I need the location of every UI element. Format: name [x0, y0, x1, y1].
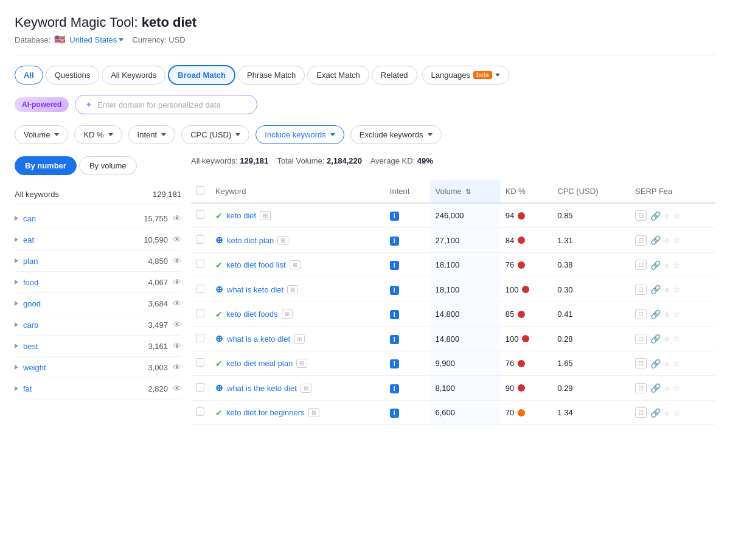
copy-icon[interactable]: ⊞	[296, 359, 307, 368]
sidebar-keyword[interactable]: can	[23, 214, 36, 223]
copy-icon[interactable]: ⊞	[308, 408, 319, 417]
filter-volume[interactable]: Volume	[15, 125, 68, 144]
link-icon[interactable]: 🔗	[650, 309, 661, 319]
tab-related[interactable]: Related	[372, 66, 417, 85]
diamond-icon[interactable]: ⟐	[664, 359, 669, 368]
eye-icon[interactable]: 👁	[173, 362, 181, 372]
tab-all-keywords[interactable]: All Keywords	[102, 66, 165, 85]
sidebar-keyword[interactable]: eat	[23, 235, 34, 244]
diamond-icon[interactable]: ⟐	[664, 211, 669, 221]
copy-icon[interactable]: ⊞	[294, 334, 305, 344]
expand-icon[interactable]	[15, 216, 18, 221]
eye-icon[interactable]: 👁	[173, 320, 181, 330]
row-checkbox[interactable]	[196, 383, 204, 392]
serp-icon[interactable]: ⊡	[635, 358, 647, 368]
row-checkbox[interactable]	[196, 210, 204, 219]
diamond-icon[interactable]: ⟐	[664, 408, 669, 418]
star-icon[interactable]: ☆	[673, 359, 681, 368]
sidebar-keyword[interactable]: fat	[23, 384, 32, 393]
expand-icon[interactable]	[15, 344, 18, 348]
keyword-link[interactable]: keto diet plan	[227, 236, 274, 245]
keyword-link[interactable]: keto diet	[226, 211, 256, 220]
copy-icon[interactable]: ⊞	[287, 285, 298, 294]
serp-icon[interactable]: ⊡	[635, 383, 647, 393]
keyword-link[interactable]: what is the keto diet	[227, 384, 297, 393]
eye-icon[interactable]: 👁	[173, 213, 181, 223]
copy-icon[interactable]: ⊞	[282, 309, 293, 319]
row-checkbox[interactable]	[196, 285, 204, 293]
link-icon[interactable]: 🔗	[650, 211, 661, 221]
link-icon[interactable]: 🔗	[650, 260, 661, 270]
keyword-link[interactable]: what is a keto diet	[227, 334, 290, 344]
row-checkbox[interactable]	[196, 260, 204, 268]
col-volume[interactable]: Volume ⇅	[430, 180, 500, 203]
diamond-icon[interactable]: ⟐	[664, 235, 669, 245]
sort-by-number[interactable]: By number	[15, 156, 77, 175]
link-icon[interactable]: 🔗	[650, 408, 661, 418]
sidebar-keyword[interactable]: good	[23, 299, 41, 308]
eye-icon[interactable]: 👁	[173, 299, 181, 308]
link-icon[interactable]: 🔗	[650, 235, 661, 245]
keyword-link[interactable]: keto diet food list	[226, 260, 286, 269]
row-checkbox[interactable]	[196, 358, 204, 367]
tab-questions[interactable]: Questions	[46, 66, 100, 85]
star-icon[interactable]: ☆	[673, 334, 681, 344]
star-icon[interactable]: ☆	[673, 260, 681, 270]
sidebar-keyword[interactable]: food	[23, 278, 38, 287]
star-icon[interactable]: ☆	[673, 383, 681, 393]
diamond-icon[interactable]: ⟐	[664, 383, 669, 393]
sidebar-keyword[interactable]: carb	[23, 320, 38, 330]
row-checkbox[interactable]	[196, 407, 204, 416]
serp-icon[interactable]: ⊡	[635, 210, 647, 221]
db-selector[interactable]: United States	[69, 35, 123, 44]
diamond-icon[interactable]: ⟐	[664, 285, 669, 294]
star-icon[interactable]: ☆	[673, 285, 681, 294]
expand-icon[interactable]	[15, 365, 18, 370]
copy-icon[interactable]: ⊞	[277, 236, 288, 245]
filter-include[interactable]: Include keywords	[255, 125, 344, 144]
eye-icon[interactable]: 👁	[173, 277, 181, 287]
diamond-icon[interactable]: ⟐	[664, 260, 669, 270]
filter-kd[interactable]: KD %	[74, 125, 122, 144]
serp-icon[interactable]: ⊡	[635, 309, 647, 319]
copy-icon[interactable]: ⊞	[290, 260, 301, 269]
expand-icon[interactable]	[15, 280, 18, 285]
row-checkbox[interactable]	[196, 235, 204, 244]
eye-icon[interactable]: 👁	[173, 384, 181, 393]
star-icon[interactable]: ☆	[673, 235, 681, 245]
link-icon[interactable]: 🔗	[650, 383, 661, 393]
tab-phrase-match[interactable]: Phrase Match	[238, 66, 305, 85]
star-icon[interactable]: ☆	[673, 309, 681, 319]
filter-intent[interactable]: Intent	[128, 125, 176, 144]
eye-icon[interactable]: 👁	[173, 341, 181, 351]
star-icon[interactable]: ☆	[673, 211, 681, 221]
row-checkbox[interactable]	[196, 334, 204, 342]
expand-icon[interactable]	[15, 386, 18, 391]
eye-icon[interactable]: 👁	[173, 235, 181, 244]
tab-broad-match[interactable]: Broad Match	[168, 65, 235, 85]
tab-all[interactable]: All	[15, 66, 43, 85]
copy-icon[interactable]: ⊞	[260, 211, 271, 220]
expand-icon[interactable]	[15, 237, 18, 242]
diamond-icon[interactable]: ⟐	[664, 334, 669, 344]
expand-icon[interactable]	[15, 301, 18, 306]
select-all-checkbox[interactable]	[196, 186, 204, 195]
tab-exact-match[interactable]: Exact Match	[307, 66, 369, 85]
keyword-link[interactable]: what is keto diet	[227, 285, 283, 294]
serp-icon[interactable]: ⊡	[635, 235, 647, 246]
row-checkbox[interactable]	[196, 309, 204, 317]
filter-cpc[interactable]: CPC (USD)	[181, 125, 249, 144]
link-icon[interactable]: 🔗	[650, 359, 661, 368]
filter-exclude[interactable]: Exclude keywords	[350, 125, 442, 144]
eye-icon[interactable]: 👁	[173, 256, 181, 266]
keyword-link[interactable]: keto diet meal plan	[226, 359, 293, 368]
sidebar-keyword[interactable]: plan	[23, 257, 38, 266]
serp-icon[interactable]: ⊡	[635, 334, 647, 344]
expand-icon[interactable]	[15, 322, 18, 327]
serp-icon[interactable]: ⊡	[635, 407, 647, 418]
serp-icon[interactable]: ⊡	[635, 285, 647, 295]
link-icon[interactable]: 🔗	[650, 285, 661, 294]
sidebar-keyword[interactable]: weight	[23, 363, 46, 372]
copy-icon[interactable]: ⊞	[301, 384, 311, 393]
serp-icon[interactable]: ⊡	[635, 260, 647, 270]
